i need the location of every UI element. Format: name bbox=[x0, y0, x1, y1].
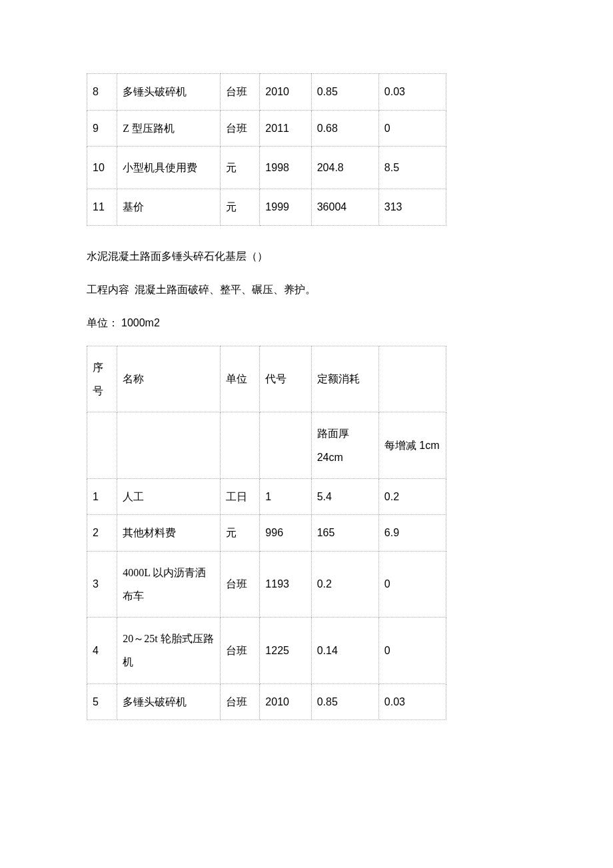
cell-unit: 台班 bbox=[220, 551, 259, 617]
sub-empty bbox=[260, 412, 311, 478]
cell-value1: 0.85 bbox=[311, 74, 378, 111]
content-label: 工程内容 bbox=[87, 284, 129, 295]
table-row: 10 小型机具使用费 元 1998 204.8 8.5 bbox=[87, 147, 446, 189]
header-quota: 定额消耗 bbox=[311, 346, 378, 412]
cell-value2: 0.03 bbox=[378, 74, 446, 111]
table-row: 11 基价 元 1999 36004 313 bbox=[87, 189, 446, 226]
cell-value1: 0.68 bbox=[311, 110, 378, 147]
cell-name: 人工 bbox=[117, 478, 221, 515]
cell-value2: 0.03 bbox=[378, 683, 446, 720]
cell-unit: 台班 bbox=[220, 74, 259, 111]
cell-name: 多锤头破碎机 bbox=[117, 74, 221, 111]
cell-unit: 台班 bbox=[220, 618, 259, 683]
cell-seq: 9 bbox=[87, 110, 117, 147]
subheader-increment: 每增减 1cm bbox=[378, 412, 446, 478]
cell-name: 20～25t 轮胎式压路机 bbox=[117, 618, 221, 683]
cell-name: 4000L 以内沥青洒布车 bbox=[117, 551, 221, 617]
table-row: 5 多锤头破碎机 台班 2010 0.85 0.03 bbox=[87, 683, 446, 720]
sub-empty bbox=[117, 412, 221, 478]
header-name: 名称 bbox=[117, 346, 221, 412]
unit-text: 1000m2 bbox=[121, 317, 160, 328]
cell-name: 其他材料费 bbox=[117, 515, 221, 552]
cell-value2: 0 bbox=[378, 551, 446, 617]
header-unit: 单位 bbox=[220, 346, 259, 412]
cell-seq: 2 bbox=[87, 515, 117, 552]
table-row: 3 4000L 以内沥青洒布车 台班 1193 0.2 0 bbox=[87, 551, 446, 617]
cell-unit: 工日 bbox=[220, 478, 259, 515]
cell-value1: 165 bbox=[311, 515, 378, 552]
cell-seq: 11 bbox=[87, 189, 117, 226]
cell-value2: 8.5 bbox=[378, 147, 446, 189]
cell-seq: 1 bbox=[87, 478, 117, 515]
quota-table-top: 8 多锤头破碎机 台班 2010 0.85 0.03 9 Z 型压路机 台班 2… bbox=[87, 73, 446, 226]
table-row: 4 20～25t 轮胎式压路机 台班 1225 0.14 0 bbox=[87, 618, 446, 683]
quota-table-main: 序号 名称 单位 代号 定额消耗 路面厚 24cm 每增减 1cm 1 人工 工… bbox=[87, 346, 446, 720]
cell-value2: 0 bbox=[378, 618, 446, 683]
cell-unit: 元 bbox=[220, 515, 259, 552]
table-row: 8 多锤头破碎机 台班 2010 0.85 0.03 bbox=[87, 74, 446, 111]
cell-seq: 4 bbox=[87, 618, 117, 683]
subheader-thickness: 路面厚 24cm bbox=[311, 412, 378, 478]
cell-unit: 台班 bbox=[220, 683, 259, 720]
sub-empty bbox=[87, 412, 117, 478]
cell-unit: 元 bbox=[220, 189, 259, 226]
table-row: 9 Z 型压路机 台班 2011 0.68 0 bbox=[87, 110, 446, 147]
table-header-row: 序号 名称 单位 代号 定额消耗 bbox=[87, 346, 446, 412]
header-code: 代号 bbox=[260, 346, 311, 412]
cell-seq: 3 bbox=[87, 551, 117, 617]
cell-value2: 0 bbox=[378, 110, 446, 147]
cell-value1: 0.14 bbox=[311, 618, 378, 683]
cell-unit: 元 bbox=[220, 147, 259, 189]
cell-name: Z 型压路机 bbox=[117, 110, 221, 147]
cell-unit: 台班 bbox=[220, 110, 259, 147]
header-empty bbox=[378, 346, 446, 412]
cell-value1: 204.8 bbox=[311, 147, 378, 189]
unit-label: 单位： bbox=[87, 317, 119, 328]
cell-value1: 0.85 bbox=[311, 683, 378, 720]
cell-code: 2010 bbox=[260, 683, 311, 720]
cell-seq: 10 bbox=[87, 147, 117, 189]
unit-line: 单位： 1000m2 bbox=[87, 312, 526, 334]
cell-value1: 36004 bbox=[311, 189, 378, 226]
table-row: 1 人工 工日 1 5.4 0.2 bbox=[87, 478, 446, 515]
header-seq: 序号 bbox=[87, 346, 117, 412]
cell-name: 多锤头破碎机 bbox=[117, 683, 221, 720]
cell-value2: 0.2 bbox=[378, 478, 446, 515]
cell-code: 1225 bbox=[260, 618, 311, 683]
cell-value1: 0.2 bbox=[311, 551, 378, 617]
cell-code: 1999 bbox=[260, 189, 311, 226]
cell-value2: 313 bbox=[378, 189, 446, 226]
cell-value1: 5.4 bbox=[311, 478, 378, 515]
cell-seq: 5 bbox=[87, 683, 117, 720]
cell-code: 1193 bbox=[260, 551, 311, 617]
cell-seq: 8 bbox=[87, 74, 117, 111]
table-subheader-row: 路面厚 24cm 每增减 1cm bbox=[87, 412, 446, 478]
cell-name: 基价 bbox=[117, 189, 221, 226]
content-text: 混凝土路面破碎、整平、碾压、养护。 bbox=[135, 284, 316, 295]
cell-name: 小型机具使用费 bbox=[117, 147, 221, 189]
cell-code: 1998 bbox=[260, 147, 311, 189]
cell-code: 2011 bbox=[260, 110, 311, 147]
cell-code: 1 bbox=[260, 478, 311, 515]
cell-value2: 6.9 bbox=[378, 515, 446, 552]
work-content: 工程内容 混凝土路面破碎、整平、碾压、养护。 bbox=[87, 279, 526, 300]
table-row: 2 其他材料费 元 996 165 6.9 bbox=[87, 515, 446, 552]
sub-empty bbox=[220, 412, 259, 478]
cell-code: 2010 bbox=[260, 74, 311, 111]
cell-code: 996 bbox=[260, 515, 311, 552]
section-title: 水泥混凝土路面多锤头碎石化基层（） bbox=[87, 246, 526, 267]
